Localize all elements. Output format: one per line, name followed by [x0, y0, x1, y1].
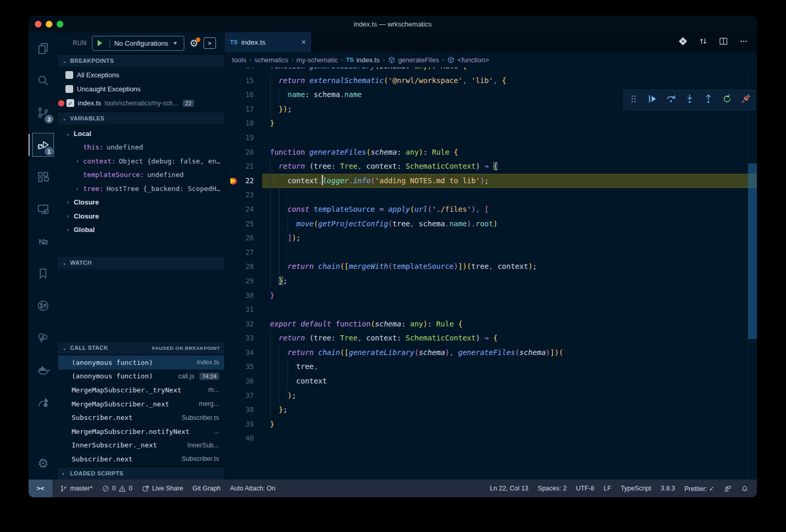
- activity-item-live-share[interactable]: [29, 386, 58, 418]
- code-line[interactable]: 32export default function(schema: any): …: [225, 317, 757, 332]
- debug-console-icon[interactable]: >: [204, 37, 216, 49]
- activity-item-run-debug[interactable]: 1: [29, 129, 58, 161]
- code-line[interactable]: 23: [225, 188, 757, 202]
- status-notifications[interactable]: [741, 485, 749, 493]
- code-line[interactable]: 31: [225, 303, 757, 317]
- call-stack-frame[interactable]: (anonymous function)index.ts: [58, 356, 224, 370]
- gutter[interactable]: 18: [225, 116, 262, 131]
- line-number[interactable]: 27: [230, 245, 254, 260]
- gutter[interactable]: 22: [225, 174, 262, 188]
- activity-item-extensions[interactable]: [29, 161, 58, 193]
- call-stack-frame[interactable]: Subscriber.nextSubscriber.ts: [58, 452, 224, 466]
- activity-item-remote-explorer[interactable]: [29, 193, 58, 225]
- variable-row[interactable]: templateSource:undefined: [58, 168, 224, 182]
- watch-header[interactable]: ⌄ WATCH: [58, 256, 224, 269]
- status-encoding[interactable]: UTF-8: [576, 485, 594, 492]
- code-line[interactable]: 24 const templateSource = apply(url('./f…: [225, 202, 757, 217]
- breadcrumb-item[interactable]: TSindex.ts: [346, 56, 380, 64]
- loaded-scripts-header[interactable]: › LOADED SCRIPTS: [58, 467, 224, 480]
- breakpoints-header[interactable]: ⌄ BREAKPOINTS: [58, 54, 224, 67]
- code-line[interactable]: 38 };: [225, 403, 757, 417]
- line-number[interactable]: 38: [230, 403, 254, 417]
- gutter[interactable]: 32: [225, 317, 262, 332]
- call-stack-frame[interactable]: Subscriber.nextSubscriber.ts: [58, 411, 224, 425]
- line-number[interactable]: 28: [230, 260, 254, 274]
- variable-row[interactable]: this:undefined: [58, 141, 224, 155]
- variable-row[interactable]: ›Global: [58, 223, 224, 237]
- line-number[interactable]: 25: [230, 217, 254, 231]
- code-line[interactable]: 26 ]);: [225, 231, 757, 245]
- call-stack-frame[interactable]: InnerSubscriber._nextInnerSub...: [58, 439, 224, 453]
- activity-item-docker[interactable]: [29, 354, 58, 386]
- code-line[interactable]: 34 return chain([generateLibrary(schema)…: [225, 346, 757, 360]
- status-cursor-position[interactable]: Ln 22, Col 13: [490, 485, 528, 492]
- status-live-share[interactable]: Live Share: [142, 485, 183, 493]
- gutter[interactable]: 20: [225, 145, 262, 160]
- code-area[interactable]: 14function generateLibrary(schema: any):…: [225, 67, 757, 480]
- code-line[interactable]: 25 move(getProjectConfig(tree, schema.na…: [225, 217, 757, 231]
- gutter[interactable]: 17: [225, 102, 262, 117]
- line-number[interactable]: 24: [230, 202, 254, 217]
- call-stack-frame[interactable]: MergeMapSubscriber.notifyNext...: [58, 425, 224, 439]
- call-stack-frame[interactable]: (anonymous function)call.js74:24: [58, 370, 224, 384]
- continue-button[interactable]: [647, 93, 658, 106]
- line-number[interactable]: 15: [230, 74, 254, 88]
- code-line[interactable]: 37 );: [225, 389, 757, 403]
- line-number[interactable]: 37: [230, 389, 254, 403]
- code-line[interactable]: 20function generateFiles(schema: any): R…: [225, 145, 757, 160]
- status-git-branch[interactable]: master*: [60, 485, 92, 493]
- variable-row[interactable]: ›context:Object {debug: false, en…: [58, 154, 224, 168]
- status-auto-attach[interactable]: Auto Attach: On: [230, 485, 276, 492]
- gutter[interactable]: 27: [225, 245, 262, 260]
- open-changes-button[interactable]: [698, 36, 708, 48]
- gutter[interactable]: 34: [225, 346, 262, 360]
- code-line[interactable]: 14function generateLibrary(schema: any):…: [225, 67, 757, 74]
- line-number[interactable]: 33: [230, 331, 254, 346]
- line-number[interactable]: 40: [230, 431, 254, 446]
- breakpoint-checkbox[interactable]: [65, 71, 73, 79]
- step-into-button[interactable]: [684, 93, 695, 106]
- step-over-button[interactable]: [666, 93, 676, 106]
- breadcrumb-item[interactable]: schematics: [254, 56, 288, 64]
- run-or-debug-button[interactable]: [678, 36, 688, 48]
- step-out-button[interactable]: [703, 93, 714, 106]
- breakpoint-checkbox[interactable]: [65, 85, 73, 93]
- breadcrumb-item[interactable]: tools: [232, 56, 246, 64]
- activity-item-test-explorer[interactable]: [29, 322, 58, 354]
- breakpoint-row[interactable]: ✓index.tstools/schematics/my-sch...22: [58, 96, 224, 110]
- code-line[interactable]: 40: [225, 431, 757, 446]
- variable-row[interactable]: ›Closure: [58, 196, 224, 210]
- close-tab-icon[interactable]: ×: [302, 38, 306, 46]
- code-line[interactable]: 19: [225, 131, 757, 145]
- line-number[interactable]: 26: [230, 231, 254, 245]
- gutter[interactable]: 19: [225, 131, 262, 145]
- status-language-mode[interactable]: TypeScript: [620, 485, 651, 492]
- gutter[interactable]: 37: [225, 389, 262, 403]
- code-line[interactable]: 21 return (tree: Tree, context: Schemati…: [225, 159, 757, 174]
- variable-row[interactable]: ⌄Local: [58, 127, 224, 141]
- code-line[interactable]: 15 return externalSchematic('@nrwl/works…: [225, 74, 757, 88]
- gutter[interactable]: 25: [225, 217, 262, 231]
- activity-item-settings[interactable]: ⚙: [29, 447, 58, 480]
- line-number[interactable]: 35: [230, 360, 254, 374]
- gutter[interactable]: 26: [225, 231, 262, 245]
- code-line[interactable]: 28 return chain([mergeWith(templateSourc…: [225, 260, 757, 274]
- gutter[interactable]: 29: [225, 274, 262, 289]
- line-number[interactable]: 16: [230, 88, 254, 102]
- line-number[interactable]: 23: [230, 188, 254, 202]
- status-feedback[interactable]: [724, 485, 731, 493]
- start-debug-icon[interactable]: [98, 40, 105, 46]
- activity-item-source-control[interactable]: 3: [29, 97, 58, 129]
- gutter[interactable]: 28: [225, 260, 262, 274]
- activity-item-search[interactable]: [29, 64, 58, 97]
- status-problems[interactable]: 00: [102, 485, 132, 493]
- scrollbar-track[interactable]: [748, 67, 757, 480]
- call-stack-header[interactable]: ⌄ CALL STACK PAUSED ON BREAKPOINT: [58, 341, 224, 354]
- more-actions-button[interactable]: [739, 36, 749, 48]
- status-git-graph[interactable]: Git Graph: [193, 485, 221, 492]
- line-number[interactable]: 30: [230, 289, 254, 303]
- activity-item-git-graph[interactable]: [29, 290, 58, 322]
- line-number[interactable]: 39: [230, 417, 254, 432]
- code-line[interactable]: 22 context.logger.info('adding NOTES.md …: [225, 174, 757, 188]
- gutter[interactable]: 30: [225, 289, 262, 303]
